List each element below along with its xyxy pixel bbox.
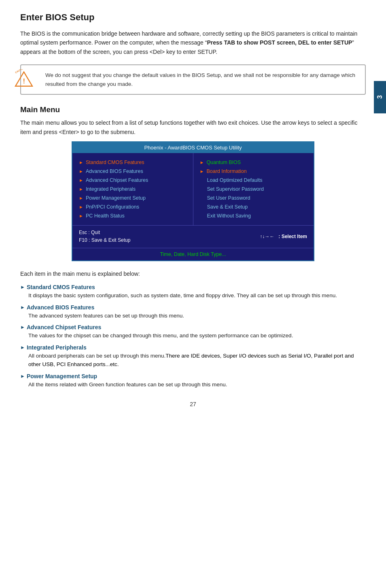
bios-item-label: Set User Password xyxy=(207,195,250,201)
body-intro: Each item in the main menu is explained … xyxy=(20,269,366,278)
arrow-icon: ► xyxy=(200,169,204,174)
list-item-integrated-peripherals: ► Integrated Peripherals All onboard per… xyxy=(20,344,366,369)
bios-item-label: Integrated Peripherals xyxy=(86,186,136,192)
svg-text:!: ! xyxy=(23,77,25,85)
list-item-desc-advanced-bios: The advanced system features can be set … xyxy=(20,311,366,320)
bios-screenshot: Phoenix - AwardBIOS CMOS Setup Utility ►… xyxy=(72,141,314,261)
list-item-title-integrated: ► Integrated Peripherals xyxy=(20,344,366,351)
bios-item-label: Advanced Chipset Features xyxy=(86,177,148,183)
bios-footer-right: ↑↓→← : Select Item xyxy=(260,234,307,239)
bios-footer: Esc : Quit F10 : Save & Exit Setup ↑↓→← … xyxy=(72,225,314,247)
list-item-power-management: ► Power Management Setup All the items r… xyxy=(20,373,366,389)
arrow-icon: ► xyxy=(79,187,83,192)
bios-item-label: Exit Without Saving xyxy=(207,213,251,219)
bios-arrows: ↑↓→← xyxy=(260,234,274,239)
bios-item-quantum-bios[interactable]: ► Quantum BIOS xyxy=(200,158,308,167)
caution-icon: CAUTION ! xyxy=(14,69,36,92)
bios-item-label: Quantum BIOS xyxy=(206,160,241,165)
bios-item-label: Standard CMOS Features xyxy=(86,160,144,165)
bios-item-exit-without-saving[interactable]: Exit Without Saving xyxy=(200,211,308,220)
bios-item-label: Power Management Setup xyxy=(86,195,146,201)
caution-box: CAUTION ! We do not suggest that you cha… xyxy=(20,64,366,95)
list-item-title-advanced-chipset: ► Advanced Chipset Features xyxy=(20,324,366,330)
list-item-advanced-bios: ► Advanced BIOS Features The advanced sy… xyxy=(20,304,366,320)
arrow-icon: ► xyxy=(20,324,25,330)
bios-f10-save: F10 : Save & Exit Setup xyxy=(79,236,130,244)
arrow-icon: ► xyxy=(20,345,25,350)
list-item-desc-standard-cmos: It displays the basic system configurati… xyxy=(20,291,366,300)
section2-title: Main Menu xyxy=(20,105,366,114)
list-item-desc-power: All the items related with Green functio… xyxy=(20,380,366,389)
list-item-title-text: Integrated Peripherals xyxy=(27,344,87,351)
bios-item-standard-cmos[interactable]: ► Standard CMOS Features xyxy=(79,158,187,167)
list-item-title-text: Power Management Setup xyxy=(27,373,97,379)
bios-item-advanced-chipset[interactable]: ► Advanced Chipset Features xyxy=(79,176,187,185)
arrow-icon: ► xyxy=(20,305,25,310)
bios-item-label: Board Information xyxy=(206,168,246,174)
list-item-desc-advanced-chipset: The values for the chipset can be change… xyxy=(20,331,366,340)
bios-item-pnp-pci[interactable]: ► PnP/PCI Configurations xyxy=(79,202,187,211)
bios-item-label: Load Optimized Defaults xyxy=(207,177,263,183)
arrow-icon: ► xyxy=(79,169,83,174)
bios-content: ► Standard CMOS Features ► Advanced BIOS… xyxy=(72,153,314,225)
list-item-title-standard-cmos: ► Standard CMOS Features xyxy=(20,284,366,290)
bios-title-bar: Phoenix - AwardBIOS CMOS Setup Utility xyxy=(72,142,314,153)
page-number: 27 xyxy=(20,401,366,407)
bios-item-user-password[interactable]: Set User Password xyxy=(200,194,308,202)
list-item-advanced-chipset: ► Advanced Chipset Features The values f… xyxy=(20,324,366,340)
section2-desc: The main menu allows you to select from … xyxy=(20,118,366,136)
bios-item-save-exit[interactable]: Save & Exit Setup xyxy=(200,202,308,211)
arrow-icon: ► xyxy=(79,160,83,165)
bios-select-item: : Select Item xyxy=(278,234,307,239)
bios-item-advanced-bios[interactable]: ► Advanced BIOS Features xyxy=(79,167,187,176)
bios-item-label: Save & Exit Setup xyxy=(207,204,248,210)
bios-right-column: ► Quantum BIOS ► Board Information Load … xyxy=(193,153,314,225)
bios-item-power-management[interactable]: ► Power Management Setup xyxy=(79,194,187,202)
bios-item-label: Set Supervisor Password xyxy=(207,186,264,192)
bios-item-load-defaults[interactable]: Load Optimized Defaults xyxy=(200,176,308,185)
tab-number: 3 xyxy=(376,96,384,99)
bios-item-label: Advanced BIOS Features xyxy=(86,168,143,174)
list-item-title-text: Advanced Chipset Features xyxy=(27,324,101,330)
bios-status-bar: Time, Date, Hard Disk Type... xyxy=(72,248,314,260)
bios-item-integrated-peripherals[interactable]: ► Integrated Peripherals xyxy=(79,185,187,194)
feature-list: ► Standard CMOS Features It displays the… xyxy=(20,284,366,389)
section1-title: Enter BIOS Setup xyxy=(20,12,366,23)
arrow-icon: ► xyxy=(79,205,83,209)
bios-footer-left: Esc : Quit F10 : Save & Exit Setup xyxy=(79,229,130,244)
list-item-title-power: ► Power Management Setup xyxy=(20,373,366,379)
section1-intro: The BIOS is the communication bridge bet… xyxy=(20,29,366,56)
arrow-icon: ► xyxy=(79,213,83,218)
bios-esc-quit: Esc : Quit xyxy=(79,229,130,236)
arrow-icon: ► xyxy=(79,178,83,183)
desc-text-start: All onboard peripherals can be set up th… xyxy=(28,353,165,359)
list-item-standard-cmos: ► Standard CMOS Features It displays the… xyxy=(20,284,366,300)
bios-item-label: PC Health Status xyxy=(86,213,125,219)
bios-left-column: ► Standard CMOS Features ► Advanced BIOS… xyxy=(72,153,193,225)
list-item-title-advanced-bios: ► Advanced BIOS Features xyxy=(20,304,366,311)
bios-item-label: PnP/PCI Configurations xyxy=(86,204,139,210)
arrow-icon: ► xyxy=(200,160,204,165)
list-item-title-text: Standard CMOS Features xyxy=(27,284,95,290)
bios-item-pc-health[interactable]: ► PC Health Status xyxy=(79,211,187,220)
caution-text: We do not suggest that you change the de… xyxy=(45,72,355,87)
arrow-icon: ► xyxy=(79,196,83,200)
list-item-desc-integrated: All onboard peripherals can be set up th… xyxy=(20,352,366,369)
list-item-title-text: Advanced BIOS Features xyxy=(27,304,94,311)
arrow-icon: ► xyxy=(20,373,25,379)
bios-item-supervisor-password[interactable]: Set Supervisor Password xyxy=(200,185,308,194)
arrow-icon: ► xyxy=(20,284,25,290)
bios-item-board-info[interactable]: ► Board Information xyxy=(200,167,308,176)
page-tab: 3 xyxy=(374,81,386,113)
intro-bold: Press TAB to show POST screen, DEL to en… xyxy=(207,39,352,46)
